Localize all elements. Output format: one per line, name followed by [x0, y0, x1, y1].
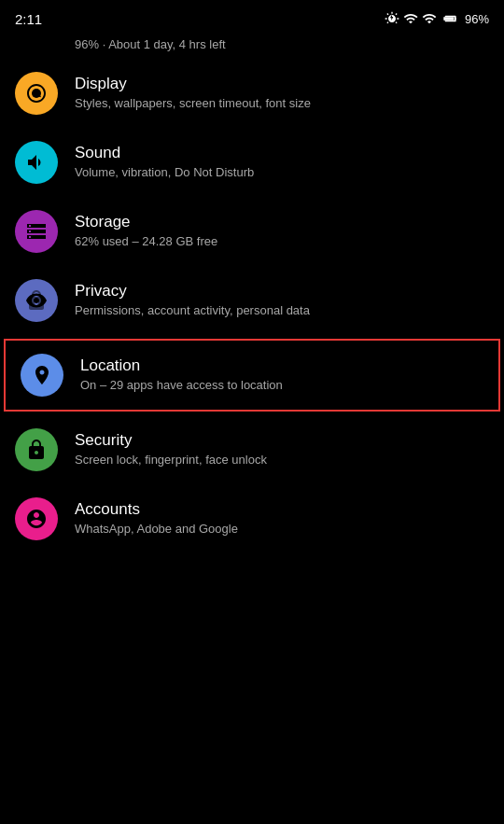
location-icon [31, 364, 53, 386]
storage-icon-circle [15, 210, 58, 253]
settings-item-display[interactable]: Display Styles, wallpapers, screen timeo… [0, 59, 504, 128]
display-icon [25, 82, 48, 105]
storage-icon [25, 220, 48, 243]
sound-text: Sound Volume, vibration, Do Not Disturb [75, 144, 489, 181]
svg-rect-1 [455, 18, 456, 19]
signal-icon [422, 11, 437, 26]
storage-title: Storage [75, 213, 489, 231]
accounts-title: Accounts [75, 500, 489, 519]
security-subtitle: Screen lock, fingerprint, face unlock [75, 452, 489, 468]
sound-title: Sound [75, 144, 489, 162]
security-title: Security [75, 431, 489, 450]
battery-percentage: 96% [465, 12, 489, 26]
privacy-icon [25, 289, 48, 312]
sound-subtitle: Volume, vibration, Do Not Disturb [75, 164, 489, 181]
settings-list: Display Styles, wallpapers, screen timeo… [0, 59, 504, 553]
settings-item-location[interactable]: Location On – 29 apps have access to loc… [4, 339, 500, 412]
status-bar: 2:11 96% [0, 0, 504, 34]
sound-icon [25, 151, 48, 174]
display-title: Display [75, 75, 489, 93]
display-icon-circle [15, 72, 58, 115]
battery-info-row: 96% · About 1 day, 4 hrs left [0, 34, 504, 59]
settings-item-security[interactable]: Security Screen lock, fingerprint, face … [0, 415, 504, 484]
privacy-subtitle: Permissions, account activity, personal … [75, 302, 489, 319]
settings-item-accounts[interactable]: Accounts WhatsApp, Adobe and Google [0, 484, 504, 553]
location-icon-circle [21, 354, 63, 397]
wifi-icon [403, 11, 418, 26]
sound-icon-circle [15, 141, 58, 184]
status-icons: 96% [385, 11, 489, 26]
security-icon-circle [15, 428, 58, 471]
security-icon [25, 439, 48, 461]
alarm-icon [385, 11, 399, 26]
privacy-icon-circle [15, 279, 58, 322]
display-text: Display Styles, wallpapers, screen timeo… [75, 75, 489, 112]
storage-text: Storage 62% used – 24.28 GB free [75, 213, 489, 250]
battery-icon [441, 11, 459, 26]
accounts-icon-circle [15, 497, 58, 540]
accounts-icon [25, 508, 48, 530]
storage-subtitle: 62% used – 24.28 GB free [75, 233, 489, 250]
settings-item-sound[interactable]: Sound Volume, vibration, Do Not Disturb [0, 128, 504, 197]
svg-rect-3 [444, 17, 455, 20]
settings-item-privacy[interactable]: Privacy Permissions, account activity, p… [0, 266, 504, 335]
accounts-subtitle: WhatsApp, Adobe and Google [75, 521, 489, 538]
privacy-title: Privacy [75, 282, 489, 300]
accounts-text: Accounts WhatsApp, Adobe and Google [75, 500, 489, 538]
location-title: Location [80, 356, 483, 375]
status-time: 2:11 [15, 11, 42, 27]
location-subtitle: On – 29 apps have access to location [80, 377, 483, 394]
display-subtitle: Styles, wallpapers, screen timeout, font… [75, 95, 489, 112]
privacy-text: Privacy Permissions, account activity, p… [75, 282, 489, 319]
location-text: Location On – 29 apps have access to loc… [80, 356, 483, 394]
settings-item-storage[interactable]: Storage 62% used – 24.28 GB free [0, 197, 504, 266]
svg-point-4 [32, 89, 41, 98]
security-text: Security Screen lock, fingerprint, face … [75, 431, 489, 468]
battery-info-text: 96% · About 1 day, 4 hrs left [75, 37, 226, 51]
